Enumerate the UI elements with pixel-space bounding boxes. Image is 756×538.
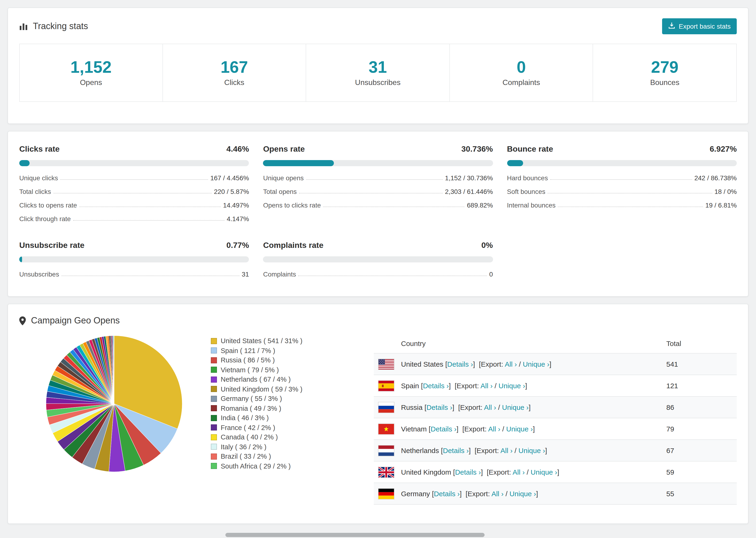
rates-card: Clicks rate4.46%Unique clicks167 / 4.456… bbox=[8, 131, 748, 297]
dotted-leader bbox=[306, 179, 443, 180]
legend-color-swatch bbox=[211, 338, 217, 344]
progress-bar bbox=[263, 160, 493, 166]
legend-label: Germany ( 55 / 3% ) bbox=[221, 395, 282, 403]
legend-item[interactable]: Russia ( 86 / 5% ) bbox=[211, 355, 328, 365]
dotted-leader bbox=[80, 207, 221, 207]
geo-table-row: Russia [Details ›] [Export: All › / Uniq… bbox=[374, 397, 737, 418]
metric-label: Opens to clicks rate bbox=[263, 201, 321, 211]
metric-label: Soft bounces bbox=[507, 188, 545, 198]
stat-opens: 1,152Opens bbox=[19, 44, 163, 102]
legend-item[interactable]: South Africa ( 29 / 2% ) bbox=[211, 461, 328, 471]
stat-unsubscribes: 31Unsubscribes bbox=[306, 44, 450, 102]
rate-metric-row: Hard bounces242 / 86.738% bbox=[507, 170, 737, 184]
stat-clicks: 167Clicks bbox=[162, 44, 306, 102]
legend-label: South Africa ( 29 / 2% ) bbox=[221, 462, 291, 470]
stats-summary-row: 1,152Opens167Clicks31Unsubscribes0Compla… bbox=[19, 44, 737, 102]
export-all-link[interactable]: All › bbox=[481, 382, 493, 390]
horizontal-scrollbar-thumb[interactable] bbox=[225, 533, 485, 537]
rate-metric-row: Clicks to opens rate14.497% bbox=[19, 198, 249, 211]
row-links: [Details ›] [Export: All › / Unique ›] bbox=[439, 447, 547, 455]
export-all-link[interactable]: All › bbox=[513, 468, 525, 476]
geo-opens-header: Campaign Geo Opens bbox=[8, 304, 748, 329]
legend-item[interactable]: India ( 46 / 3% ) bbox=[211, 413, 328, 423]
row-links: [Details ›] [Export: All › / Unique ›] bbox=[423, 403, 531, 411]
details-link[interactable]: Details › bbox=[434, 490, 460, 498]
rate-title: Clicks rate bbox=[19, 144, 60, 154]
dotted-leader bbox=[298, 276, 487, 276]
export-unique-link[interactable]: Unique › bbox=[523, 360, 549, 368]
metric-value: 220 / 5.87% bbox=[214, 188, 249, 198]
legend-item[interactable]: France ( 42 / 2% ) bbox=[211, 423, 328, 432]
tracking-stats-title-text: Tracking stats bbox=[33, 21, 88, 31]
legend-item[interactable]: United States ( 541 / 31% ) bbox=[211, 336, 328, 346]
geo-table-row: Vietnam [Details ›] [Export: All › / Uni… bbox=[374, 418, 737, 440]
stat-label: Bounces bbox=[593, 79, 736, 87]
details-link[interactable]: Details › bbox=[455, 468, 481, 476]
geo-table-rows: United States [Details ›] [Export: All ›… bbox=[374, 353, 737, 505]
geo-opens-title-text: Campaign Geo Opens bbox=[31, 315, 120, 326]
legend-label: Russia ( 86 / 5% ) bbox=[221, 356, 275, 364]
export-unique-link[interactable]: Unique › bbox=[531, 468, 557, 476]
export-all-link[interactable]: All › bbox=[505, 360, 517, 368]
export-all-link[interactable]: All › bbox=[484, 403, 496, 411]
geo-table-row: United Kingdom [Details ›] [Export: All … bbox=[374, 461, 737, 483]
legend-color-swatch bbox=[211, 386, 217, 392]
legend-item[interactable]: Spain ( 121 / 7% ) bbox=[211, 346, 328, 355]
geo-opens-table: Country Total United States [Details ›] … bbox=[374, 333, 737, 505]
details-link[interactable]: Details › bbox=[423, 382, 449, 390]
legend-color-swatch bbox=[211, 415, 217, 421]
export-all-link[interactable]: All › bbox=[501, 447, 513, 455]
export-unique-link[interactable]: Unique › bbox=[518, 447, 545, 455]
country-name: Spain bbox=[401, 382, 419, 390]
metric-label: Total opens bbox=[263, 188, 297, 198]
country-name: Vietnam bbox=[401, 425, 427, 433]
details-link[interactable]: Details › bbox=[447, 360, 473, 368]
ru-flag-icon bbox=[378, 402, 395, 413]
rate-title: Unsubscribe rate bbox=[19, 241, 84, 250]
legend-item[interactable]: Romania ( 49 / 3% ) bbox=[211, 404, 328, 413]
rate-title: Complaints rate bbox=[263, 241, 324, 250]
export-basic-stats-button[interactable]: Export basic stats bbox=[662, 18, 737, 34]
export-unique-link[interactable]: Unique › bbox=[506, 425, 533, 433]
metric-value: 242 / 86.738% bbox=[694, 174, 737, 184]
export-unique-link[interactable]: Unique › bbox=[499, 382, 525, 390]
metric-value: 18 / 0% bbox=[715, 188, 737, 198]
rate-metric-row: Internal bounces19 / 6.81% bbox=[507, 198, 737, 211]
rates-grid: Clicks rate4.46%Unique clicks167 / 4.456… bbox=[8, 132, 748, 296]
legend-label: France ( 42 / 2% ) bbox=[221, 424, 275, 431]
metric-value: 19 / 6.81% bbox=[705, 201, 737, 211]
export-unique-link[interactable]: Unique › bbox=[510, 490, 536, 498]
export-all-link[interactable]: All › bbox=[488, 425, 500, 433]
total-column-header: Total bbox=[666, 339, 737, 347]
metric-value: 689.82% bbox=[467, 201, 493, 211]
legend-color-swatch bbox=[211, 444, 217, 450]
stat-label: Complaints bbox=[450, 79, 593, 87]
progress-bar bbox=[507, 160, 737, 166]
export-unique-link[interactable]: Unique › bbox=[502, 403, 528, 411]
legend-item[interactable]: Italy ( 36 / 2% ) bbox=[211, 442, 328, 452]
row-links: [Details ›] [Export: All › / Unique ›] bbox=[427, 425, 535, 433]
legend-item[interactable]: Brazil ( 33 / 2% ) bbox=[211, 452, 328, 461]
legend-label: Italy ( 36 / 2% ) bbox=[221, 443, 266, 451]
nl-flag-icon bbox=[378, 445, 395, 456]
legend-label: Canada ( 40 / 2% ) bbox=[221, 434, 278, 441]
legend-item[interactable]: United Kingdom ( 59 / 3% ) bbox=[211, 384, 328, 394]
rate-metric-row: Opens to clicks rate689.82% bbox=[263, 198, 493, 211]
legend-item[interactable]: Vietnam ( 79 / 5% ) bbox=[211, 365, 328, 375]
legend-color-swatch bbox=[211, 377, 217, 383]
legend-color-swatch bbox=[211, 405, 217, 411]
row-total: 59 bbox=[666, 468, 737, 476]
legend-item[interactable]: Germany ( 55 / 3% ) bbox=[211, 394, 328, 404]
legend-item[interactable]: Netherlands ( 67 / 4% ) bbox=[211, 375, 328, 384]
details-link[interactable]: Details › bbox=[426, 403, 452, 411]
complaints-rate-panel: Complaints rate0%Complaints0 bbox=[263, 241, 493, 280]
rate-metric-row: Unique opens1,152 / 30.736% bbox=[263, 170, 493, 184]
tracking-stats-card: Tracking stats Export basic stats 1,152O… bbox=[8, 8, 748, 124]
export-all-link[interactable]: All › bbox=[491, 490, 504, 498]
legend-item[interactable]: Canada ( 40 / 2% ) bbox=[211, 432, 328, 442]
country-name: United Kingdom bbox=[401, 468, 451, 476]
details-link[interactable]: Details › bbox=[443, 447, 469, 455]
location-pin-icon bbox=[19, 316, 26, 325]
tracking-stats-title: Tracking stats bbox=[19, 21, 88, 31]
details-link[interactable]: Details › bbox=[431, 425, 457, 433]
